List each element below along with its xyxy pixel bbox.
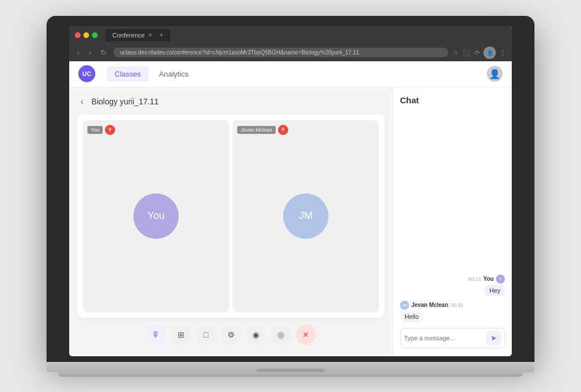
jevan-tile-header: Jevan Mclean 🎙 xyxy=(237,125,288,135)
screen-icon: □ xyxy=(204,330,208,339)
camera-icon: ◉ xyxy=(252,330,259,339)
video-icon: ⊞ xyxy=(178,330,184,339)
browser-profile-icon: 👤 xyxy=(487,50,493,56)
laptop-base xyxy=(47,362,534,372)
you-tile-header: You 🎙 xyxy=(87,125,115,135)
you-mute-badge: 🎙 xyxy=(105,125,115,135)
main-content: ‹ Biology yurii_17.11 You 🎙 xyxy=(69,87,512,356)
video-grid: You 🎙 You xyxy=(77,115,385,318)
you-msg-avatar: Y xyxy=(496,275,505,284)
video-tile-you: You 🎙 You xyxy=(83,120,229,312)
address-bar-row: ‹ › ↻ uclass-dev.nladev.co/conference?id… xyxy=(69,44,512,61)
end-call-button[interactable]: ✕ xyxy=(296,324,316,345)
you-avatar: You xyxy=(133,193,179,239)
screen-share-button[interactable]: □ xyxy=(196,324,216,345)
you-avatar-text: You xyxy=(148,210,165,222)
chat-send-button[interactable]: ➤ xyxy=(486,331,501,345)
chat-title: Chat xyxy=(400,95,505,105)
uc-logo: UC xyxy=(78,65,95,82)
video-button[interactable]: ⊞ xyxy=(171,324,191,345)
camera-button[interactable]: ◉ xyxy=(246,324,266,345)
jevan-msg-sender: Jevan Mclean xyxy=(411,302,448,308)
end-call-icon: ✕ xyxy=(302,330,309,339)
tab-analytics[interactable]: Analytics xyxy=(151,66,196,82)
address-bar[interactable]: uclass-dev.nladev.co/conference?id=cNjcm… xyxy=(113,48,448,57)
chat-messages: 00:23 You Y Hey xyxy=(400,112,505,322)
back-button[interactable]: ‹ xyxy=(75,47,82,58)
tab-title: Conference xyxy=(112,32,145,39)
sync-icon[interactable]: ⟳ xyxy=(474,49,480,57)
controls-bar: 🎙 ⊞ □ ⚙ ◉ xyxy=(77,318,385,348)
minimize-traffic-light[interactable] xyxy=(83,32,89,38)
app-nav: UC Classes Analytics 👤 xyxy=(69,61,512,87)
reactions-button[interactable]: ◎ xyxy=(271,324,291,345)
nav-tabs: Classes Analytics xyxy=(107,66,475,82)
jevan-avatar-text: JM xyxy=(299,210,313,222)
jevan-mute-icon: 🎙 xyxy=(281,127,285,132)
jevan-msg-meta: JM Jevan Mclean 00:31 xyxy=(400,301,464,310)
chat-sidebar: Chat 00:23 You Y xyxy=(393,87,512,356)
menu-icon[interactable]: ⋮ xyxy=(499,49,506,57)
jevan-label: Jevan Mclean xyxy=(237,126,276,134)
tab-classes[interactable]: Classes xyxy=(107,66,149,82)
maximize-traffic-light[interactable] xyxy=(92,32,98,38)
conference-header: ‹ Biology yurii_17.11 xyxy=(77,95,385,108)
jevan-msg-avatar: JM xyxy=(400,301,409,310)
browser-profile[interactable]: 👤 xyxy=(483,47,496,59)
settings-icon: ⚙ xyxy=(228,330,235,339)
back-to-classes-button[interactable]: ‹ xyxy=(77,95,87,108)
close-traffic-light[interactable] xyxy=(75,32,81,38)
tab-close-icon[interactable]: ✕ xyxy=(148,32,153,38)
forward-button[interactable]: › xyxy=(86,47,93,58)
chat-message-you: 00:23 You Y Hey xyxy=(400,275,505,296)
profile-icon: 👤 xyxy=(489,69,500,79)
browser-actions: ☆ ⬛ ⟳ 👤 ⋮ xyxy=(453,47,506,59)
jevan-mute-badge: 🎙 xyxy=(278,125,288,135)
jevan-msg-bubble: Hello xyxy=(400,311,423,322)
extensions-icon[interactable]: ⬛ xyxy=(462,49,471,57)
send-icon: ➤ xyxy=(491,334,496,342)
mute-icon: 🎙 xyxy=(108,127,112,132)
video-tile-jevan: Jevan Mclean 🎙 JM xyxy=(233,120,379,312)
laptop-bottom xyxy=(58,372,523,377)
browser-bar: Conference ✕ + xyxy=(69,26,512,44)
settings-button[interactable]: ⚙ xyxy=(221,324,241,345)
you-msg-meta: 00:23 You Y xyxy=(468,275,505,284)
you-label: You xyxy=(87,126,103,134)
chat-message-jevan: JM Jevan Mclean 00:31 Hello xyxy=(400,301,505,322)
conference-area: ‹ Biology yurii_17.11 You 🎙 xyxy=(69,87,393,356)
chat-input[interactable] xyxy=(404,335,484,342)
conference-title: Biology yurii_17.11 xyxy=(91,97,158,106)
jevan-msg-time: 00:31 xyxy=(451,302,464,308)
reactions-icon: ◎ xyxy=(277,330,284,339)
bookmark-icon[interactable]: ☆ xyxy=(453,49,459,57)
browser-tab[interactable]: Conference ✕ + xyxy=(106,29,170,41)
mic-icon: 🎙 xyxy=(152,330,160,339)
you-msg-bubble: Hey xyxy=(485,285,505,296)
jevan-avatar: JM xyxy=(283,193,329,239)
traffic-lights xyxy=(75,32,98,38)
profile-avatar[interactable]: 👤 xyxy=(487,66,503,82)
address-text: uclass-dev.nladev.co/conference?id=cNjcm… xyxy=(120,49,360,56)
you-msg-time: 00:23 xyxy=(468,276,481,282)
app-container: UC Classes Analytics 👤 xyxy=(69,61,512,356)
mic-button[interactable]: 🎙 xyxy=(146,324,166,345)
chat-input-row: ➤ xyxy=(400,328,505,348)
you-msg-sender: You xyxy=(483,276,494,282)
reload-button[interactable]: ↻ xyxy=(98,47,109,58)
new-tab-button[interactable]: + xyxy=(159,31,163,39)
